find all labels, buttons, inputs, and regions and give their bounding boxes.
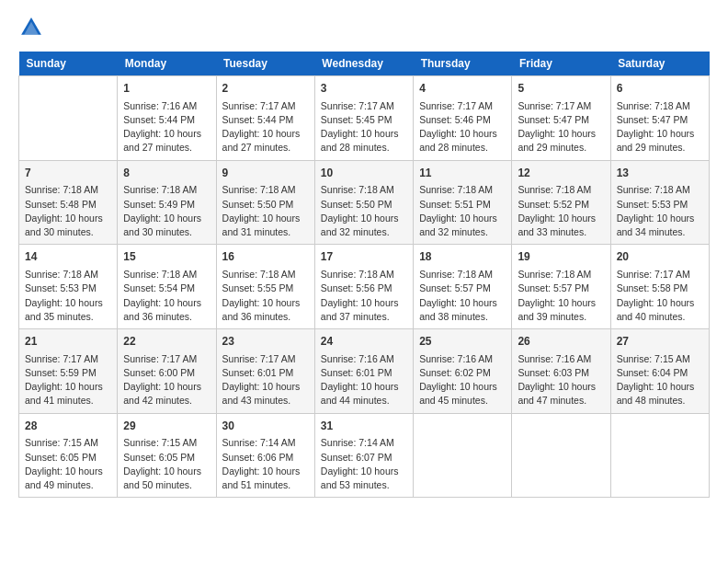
day-info: Sunrise: 7:14 AMSunset: 6:06 PMDaylight:…: [222, 436, 309, 492]
day-cell: 26Sunrise: 7:16 AMSunset: 6:03 PMDayligh…: [512, 329, 610, 414]
day-info: Sunrise: 7:18 AMSunset: 5:52 PMDaylight:…: [518, 183, 604, 239]
day-info: Sunrise: 7:17 AMSunset: 5:46 PMDaylight:…: [419, 99, 506, 155]
day-number: 11: [419, 166, 506, 181]
day-cell: 23Sunrise: 7:17 AMSunset: 6:01 PMDayligh…: [216, 329, 314, 414]
day-cell: 19Sunrise: 7:18 AMSunset: 5:57 PMDayligh…: [512, 245, 610, 329]
day-number: 22: [123, 334, 210, 350]
day-info: Sunrise: 7:18 AMSunset: 5:57 PMDaylight:…: [419, 268, 506, 324]
day-number: 25: [419, 334, 506, 350]
day-cell: 15Sunrise: 7:18 AMSunset: 5:54 PMDayligh…: [118, 245, 216, 329]
day-number: 17: [321, 249, 407, 265]
logo-icon: [18, 15, 44, 40]
day-cell: 11Sunrise: 7:18 AMSunset: 5:51 PMDayligh…: [414, 160, 512, 245]
day-number: 13: [617, 166, 703, 181]
day-cell: 1Sunrise: 7:16 AMSunset: 5:44 PMDaylight…: [118, 76, 216, 161]
week-row-5: 28Sunrise: 7:15 AMSunset: 6:05 PMDayligh…: [19, 413, 710, 498]
page: SundayMondayTuesdayWednesdayThursdayFrid…: [0, 0, 728, 516]
day-number: 31: [321, 419, 407, 434]
header-cell-wednesday: Wednesday: [314, 52, 413, 76]
day-info: Sunrise: 7:16 AMSunset: 5:44 PMDaylight:…: [123, 99, 210, 155]
header: [18, 15, 710, 40]
day-info: Sunrise: 7:18 AMSunset: 5:50 PMDaylight:…: [321, 183, 407, 239]
day-number: 27: [617, 334, 703, 350]
day-info: Sunrise: 7:18 AMSunset: 5:49 PMDaylight:…: [123, 183, 210, 239]
day-number: 10: [321, 166, 407, 181]
day-number: 12: [518, 166, 604, 181]
day-info: Sunrise: 7:16 AMSunset: 6:02 PMDaylight:…: [419, 352, 506, 408]
header-cell-thursday: Thursday: [414, 52, 512, 76]
day-number: 4: [419, 81, 506, 97]
day-number: 16: [222, 249, 309, 265]
day-number: 14: [25, 249, 111, 265]
day-number: 2: [222, 81, 309, 97]
day-cell: 2Sunrise: 7:17 AMSunset: 5:44 PMDaylight…: [216, 76, 314, 161]
header-cell-friday: Friday: [512, 52, 610, 76]
day-info: Sunrise: 7:17 AMSunset: 5:44 PMDaylight:…: [222, 99, 309, 155]
week-row-2: 7Sunrise: 7:18 AMSunset: 5:48 PMDaylight…: [19, 160, 710, 245]
day-info: Sunrise: 7:18 AMSunset: 5:55 PMDaylight:…: [222, 268, 309, 324]
day-cell: 14Sunrise: 7:18 AMSunset: 5:53 PMDayligh…: [19, 245, 118, 329]
day-info: Sunrise: 7:17 AMSunset: 5:45 PMDaylight:…: [321, 99, 407, 155]
header-row: SundayMondayTuesdayWednesdayThursdayFrid…: [19, 52, 710, 76]
day-cell: 20Sunrise: 7:17 AMSunset: 5:58 PMDayligh…: [610, 245, 709, 329]
day-cell: 31Sunrise: 7:14 AMSunset: 6:07 PMDayligh…: [314, 413, 413, 498]
day-cell: 5Sunrise: 7:17 AMSunset: 5:47 PMDaylight…: [512, 76, 610, 161]
day-cell: [414, 413, 512, 498]
day-cell: [610, 413, 709, 498]
day-number: 18: [419, 249, 506, 265]
week-row-1: 1Sunrise: 7:16 AMSunset: 5:44 PMDaylight…: [19, 76, 710, 161]
day-cell: 10Sunrise: 7:18 AMSunset: 5:50 PMDayligh…: [314, 160, 413, 245]
day-number: 1: [123, 81, 210, 97]
day-number: 30: [222, 419, 309, 434]
day-cell: 25Sunrise: 7:16 AMSunset: 6:02 PMDayligh…: [414, 329, 512, 414]
day-cell: 6Sunrise: 7:18 AMSunset: 5:47 PMDaylight…: [610, 76, 709, 161]
day-number: 8: [123, 166, 210, 181]
day-cell: [19, 76, 118, 161]
day-info: Sunrise: 7:17 AMSunset: 6:01 PMDaylight:…: [222, 352, 309, 408]
day-number: 23: [222, 334, 309, 350]
day-info: Sunrise: 7:18 AMSunset: 5:47 PMDaylight:…: [617, 99, 703, 155]
day-number: 24: [321, 334, 407, 350]
day-info: Sunrise: 7:18 AMSunset: 5:48 PMDaylight:…: [25, 183, 111, 239]
day-number: 3: [321, 81, 407, 97]
calendar-table: SundayMondayTuesdayWednesdayThursdayFrid…: [18, 52, 710, 498]
day-cell: 7Sunrise: 7:18 AMSunset: 5:48 PMDaylight…: [19, 160, 118, 245]
week-row-4: 21Sunrise: 7:17 AMSunset: 5:59 PMDayligh…: [19, 329, 710, 414]
day-cell: 27Sunrise: 7:15 AMSunset: 6:04 PMDayligh…: [610, 329, 709, 414]
day-info: Sunrise: 7:14 AMSunset: 6:07 PMDaylight:…: [321, 436, 407, 492]
day-info: Sunrise: 7:18 AMSunset: 5:56 PMDaylight:…: [321, 268, 407, 324]
day-info: Sunrise: 7:18 AMSunset: 5:51 PMDaylight:…: [419, 183, 506, 239]
day-number: 9: [222, 166, 309, 181]
day-number: 20: [617, 249, 703, 265]
day-info: Sunrise: 7:17 AMSunset: 5:47 PMDaylight:…: [518, 99, 604, 155]
day-info: Sunrise: 7:15 AMSunset: 6:04 PMDaylight:…: [617, 352, 703, 408]
day-cell: 28Sunrise: 7:15 AMSunset: 6:05 PMDayligh…: [19, 413, 118, 498]
day-number: 29: [123, 419, 210, 434]
day-cell: 16Sunrise: 7:18 AMSunset: 5:55 PMDayligh…: [216, 245, 314, 329]
day-number: 28: [25, 419, 111, 434]
day-info: Sunrise: 7:18 AMSunset: 5:57 PMDaylight:…: [518, 268, 604, 324]
day-number: 6: [617, 81, 703, 97]
day-cell: 18Sunrise: 7:18 AMSunset: 5:57 PMDayligh…: [414, 245, 512, 329]
day-info: Sunrise: 7:18 AMSunset: 5:53 PMDaylight:…: [25, 268, 111, 324]
calendar-header: SundayMondayTuesdayWednesdayThursdayFrid…: [19, 52, 710, 76]
day-cell: 22Sunrise: 7:17 AMSunset: 6:00 PMDayligh…: [118, 329, 216, 414]
day-info: Sunrise: 7:17 AMSunset: 5:58 PMDaylight:…: [617, 268, 703, 324]
day-cell: 24Sunrise: 7:16 AMSunset: 6:01 PMDayligh…: [314, 329, 413, 414]
day-number: 5: [518, 81, 604, 97]
day-info: Sunrise: 7:16 AMSunset: 6:03 PMDaylight:…: [518, 352, 604, 408]
logo: [18, 15, 48, 40]
day-cell: 9Sunrise: 7:18 AMSunset: 5:50 PMDaylight…: [216, 160, 314, 245]
day-info: Sunrise: 7:17 AMSunset: 6:00 PMDaylight:…: [123, 352, 210, 408]
day-cell: 8Sunrise: 7:18 AMSunset: 5:49 PMDaylight…: [118, 160, 216, 245]
day-info: Sunrise: 7:18 AMSunset: 5:54 PMDaylight:…: [123, 268, 210, 324]
day-info: Sunrise: 7:18 AMSunset: 5:53 PMDaylight:…: [617, 183, 703, 239]
day-number: 7: [25, 166, 111, 181]
day-cell: 3Sunrise: 7:17 AMSunset: 5:45 PMDaylight…: [314, 76, 413, 161]
week-row-3: 14Sunrise: 7:18 AMSunset: 5:53 PMDayligh…: [19, 245, 710, 329]
day-cell: 30Sunrise: 7:14 AMSunset: 6:06 PMDayligh…: [216, 413, 314, 498]
header-cell-sunday: Sunday: [19, 52, 118, 76]
day-cell: 4Sunrise: 7:17 AMSunset: 5:46 PMDaylight…: [414, 76, 512, 161]
day-number: 19: [518, 249, 604, 265]
header-cell-monday: Monday: [118, 52, 216, 76]
